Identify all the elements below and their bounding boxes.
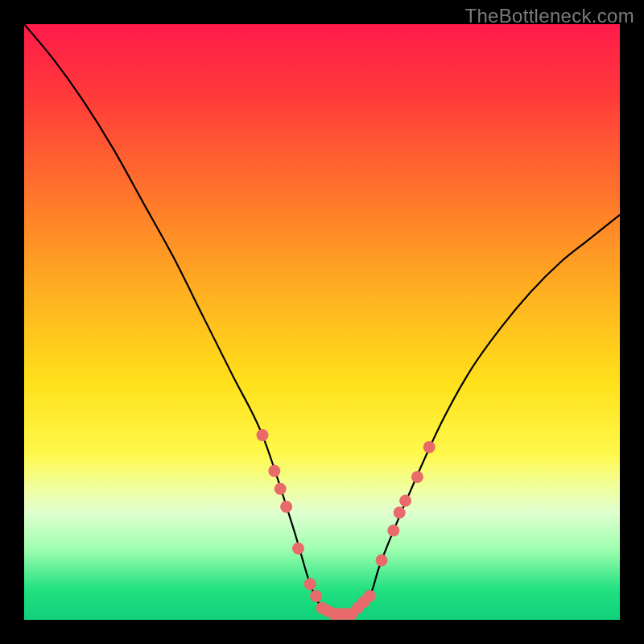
highlight-dot (399, 495, 411, 507)
chart-frame (24, 24, 620, 620)
highlight-dot (268, 465, 280, 477)
chart-svg (24, 24, 620, 620)
watermark-text: TheBottleneck.com (464, 5, 634, 27)
highlight-dot (387, 525, 399, 537)
highlight-dot (275, 483, 287, 495)
highlight-dot (280, 501, 292, 513)
highlight-dot (292, 543, 304, 555)
highlight-dot (364, 590, 376, 602)
highlight-dot (394, 506, 406, 518)
highlight-dot (411, 471, 423, 483)
highlight-dot (257, 429, 269, 441)
highlight-dots-group (257, 429, 436, 620)
bottleneck-curve (24, 24, 620, 616)
highlight-dot (304, 578, 316, 590)
highlight-dot (310, 590, 322, 602)
highlight-dot (376, 555, 388, 567)
highlight-dot (423, 441, 436, 453)
